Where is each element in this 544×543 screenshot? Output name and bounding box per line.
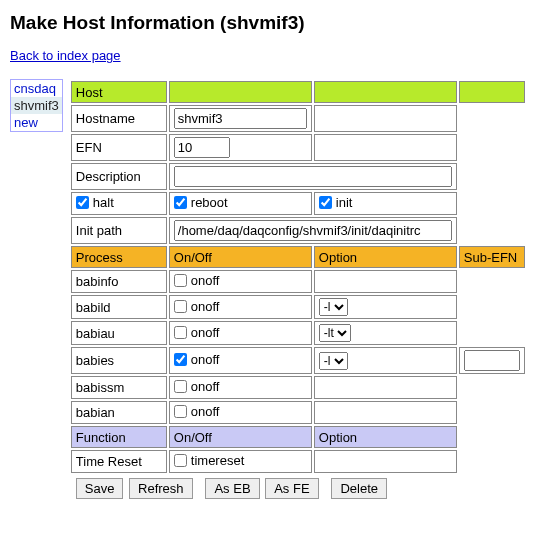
reboot-text: reboot [191, 195, 228, 210]
halt-text: halt [93, 195, 114, 210]
process-header-subefn: Sub-EFN [459, 246, 525, 268]
hostname-label: Hostname [71, 105, 167, 132]
process-option-select[interactable]: -lt [319, 324, 351, 342]
process-option-cell: -lt [314, 321, 457, 345]
button-row: Save Refresh As EB As FE Delete [71, 475, 525, 502]
init-checkbox-label[interactable]: init [319, 195, 353, 210]
process-onoff-label[interactable]: onoff [174, 379, 220, 394]
process-name: babild [71, 295, 167, 319]
process-name: babissm [71, 376, 167, 399]
back-to-index-link[interactable]: Back to index page [10, 48, 121, 63]
process-onoff-label[interactable]: onoff [174, 352, 220, 367]
process-header-proc: Process [71, 246, 167, 268]
hostname-input[interactable] [174, 108, 307, 129]
init-text: init [336, 195, 353, 210]
save-button[interactable]: Save [76, 478, 124, 499]
process-option-cell: -l [314, 347, 457, 374]
process-onoff-checkbox[interactable] [174, 274, 187, 287]
process-subefn-input[interactable] [464, 350, 520, 371]
host-header-spacer [314, 81, 457, 103]
process-header-onoff: On/Off [169, 246, 312, 268]
process-name: babies [71, 347, 167, 374]
process-name: babiau [71, 321, 167, 345]
host-header: Host [71, 81, 167, 103]
process-onoff-label[interactable]: onoff [174, 325, 220, 340]
process-onoff-checkbox[interactable] [174, 353, 187, 366]
sidebar-item-new[interactable]: new [11, 114, 62, 131]
sidebar-item-shvmif3[interactable]: shvmif3 [11, 97, 62, 114]
empty-cell [314, 134, 457, 161]
description-label: Description [71, 163, 167, 190]
halt-checkbox[interactable] [76, 196, 89, 209]
process-option-select[interactable]: -l [319, 298, 348, 316]
delete-button[interactable]: Delete [331, 478, 387, 499]
halt-checkbox-label[interactable]: halt [76, 195, 114, 210]
process-onoff-text: onoff [191, 352, 220, 367]
process-onoff-text: onoff [191, 379, 220, 394]
sidebar-item-cnsdaq[interactable]: cnsdaq [11, 80, 62, 97]
process-option-cell [314, 401, 457, 424]
function-onoff-checkbox[interactable] [174, 454, 187, 467]
sidebar-item-label[interactable]: new [14, 115, 38, 130]
as-eb-button[interactable]: As EB [205, 478, 259, 499]
host-sidebar: cnsdaq shvmif3 new [10, 79, 63, 132]
reboot-checkbox[interactable] [174, 196, 187, 209]
process-onoff-checkbox[interactable] [174, 405, 187, 418]
efn-input[interactable] [174, 137, 230, 158]
process-onoff-text: onoff [191, 273, 220, 288]
host-header-spacer [459, 81, 525, 103]
process-onoff-label[interactable]: onoff [174, 299, 220, 314]
process-option-cell: -l [314, 295, 457, 319]
init-path-input[interactable] [174, 220, 452, 241]
process-onoff-text: onoff [191, 404, 220, 419]
process-option-cell [314, 270, 457, 293]
host-header-spacer [169, 81, 312, 103]
sidebar-item-label: shvmif3 [14, 98, 59, 113]
refresh-button[interactable]: Refresh [129, 478, 193, 499]
process-name: babinfo [71, 270, 167, 293]
function-header-option: Option [314, 426, 457, 448]
as-fe-button[interactable]: As FE [265, 478, 318, 499]
process-onoff-label[interactable]: onoff [174, 273, 220, 288]
process-option-cell [314, 376, 457, 399]
reboot-checkbox-label[interactable]: reboot [174, 195, 228, 210]
page-title: Make Host Information (shvmif3) [10, 12, 544, 34]
process-header-option: Option [314, 246, 457, 268]
init-path-label: Init path [71, 217, 167, 244]
process-onoff-text: onoff [191, 299, 220, 314]
process-option-select[interactable]: -l [319, 352, 348, 370]
empty-cell [314, 105, 457, 132]
process-onoff-text: onoff [191, 325, 220, 340]
process-onoff-checkbox[interactable] [174, 326, 187, 339]
function-header-onoff: On/Off [169, 426, 312, 448]
process-onoff-checkbox[interactable] [174, 300, 187, 313]
function-header-func: Function [71, 426, 167, 448]
process-onoff-checkbox[interactable] [174, 380, 187, 393]
efn-label: EFN [71, 134, 167, 161]
function-name: Time Reset [71, 450, 167, 473]
function-onoff-label[interactable]: timereset [174, 453, 244, 468]
init-checkbox[interactable] [319, 196, 332, 209]
function-option-cell [314, 450, 457, 473]
description-input[interactable] [174, 166, 452, 187]
host-form-table: Host Hostname EFN Description [69, 79, 527, 504]
process-onoff-label[interactable]: onoff [174, 404, 220, 419]
sidebar-item-label[interactable]: cnsdaq [14, 81, 56, 96]
function-onoff-text: timereset [191, 453, 244, 468]
process-name: babian [71, 401, 167, 424]
